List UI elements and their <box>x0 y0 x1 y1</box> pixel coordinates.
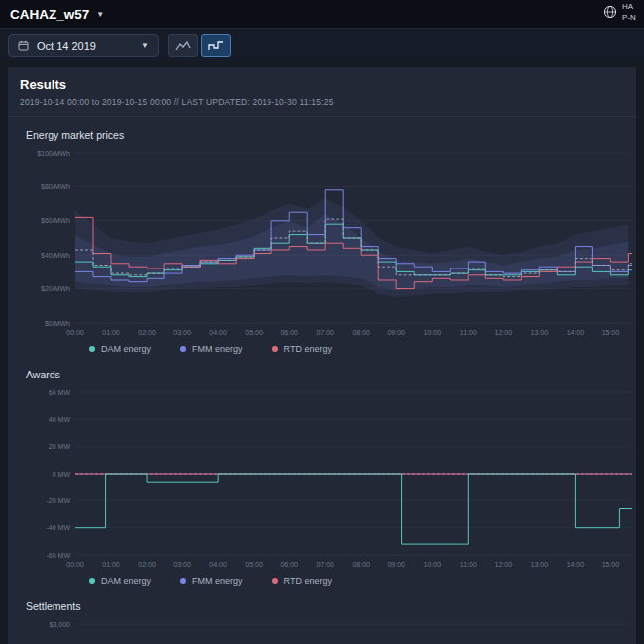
globe-icon <box>603 5 617 19</box>
svg-text:02:00: 02:00 <box>138 329 156 336</box>
legend-dot-icon <box>89 346 95 352</box>
legend-item[interactable]: DAM energy <box>89 344 151 354</box>
app-root: { "topbar": { "title": "CAHAZ_w57", "use… <box>0 0 644 644</box>
svg-text:03:00: 03:00 <box>173 561 191 568</box>
legend-label: RTD energy <box>284 576 332 586</box>
legend-item[interactable]: FMM energy <box>180 576 243 586</box>
svg-text:15:00: 15:00 <box>602 561 620 568</box>
legend-label: DAM energy <box>101 576 151 586</box>
svg-text:60 MW: 60 MW <box>49 389 71 396</box>
legend-label: DAM energy <box>101 344 151 354</box>
svg-text:40 MW: 40 MW <box>49 416 71 423</box>
view-toggle-group <box>168 34 231 57</box>
svg-text:-60 MW: -60 MW <box>47 552 71 559</box>
chevron-down-icon: ▼ <box>141 41 149 50</box>
svg-text:01:00: 01:00 <box>102 561 120 568</box>
awards-legend: DAM energyFMM energyRTD energy <box>20 573 636 589</box>
svg-text:20 MW: 20 MW <box>49 443 71 450</box>
svg-text:04:00: 04:00 <box>209 561 227 568</box>
svg-text:10:00: 10:00 <box>424 561 442 568</box>
date-picker-value: Oct 14 2019 <box>37 40 96 52</box>
node-selector-label: CAHAZ_w57 <box>10 7 89 22</box>
svg-text:11:00: 11:00 <box>460 561 477 568</box>
svg-text:$60/MWh: $60/MWh <box>41 217 70 224</box>
svg-text:05:00: 05:00 <box>245 329 263 336</box>
prices-legend: DAM energyFMM energyRTD energy <box>20 341 636 357</box>
step-chart-icon <box>208 40 224 52</box>
svg-text:09:00: 09:00 <box>387 561 405 568</box>
legend-label: FMM energy <box>192 344 243 354</box>
date-picker[interactable]: Oct 14 2019 ▼ <box>8 34 159 57</box>
svg-text:03:00: 03:00 <box>173 329 191 336</box>
legend-item[interactable]: FMM energy <box>180 344 243 354</box>
section-title-awards: Awards <box>26 369 636 380</box>
step-chart-view-button[interactable] <box>201 34 231 57</box>
topbar-user-area[interactable]: HA P-N <box>603 1 644 23</box>
legend-label: RTD energy <box>284 344 332 354</box>
svg-text:$3,000: $3,000 <box>50 621 71 628</box>
svg-text:00:00: 00:00 <box>66 561 84 568</box>
svg-text:02:00: 02:00 <box>138 561 156 568</box>
svg-text:09:00: 09:00 <box>387 329 405 336</box>
svg-text:$100/MWh: $100/MWh <box>37 150 70 157</box>
legend-dot-icon <box>272 578 278 584</box>
svg-text:08:00: 08:00 <box>352 329 370 336</box>
node-selector[interactable]: CAHAZ_w57 ▼ <box>10 7 104 22</box>
chevron-down-icon: ▼ <box>96 10 104 19</box>
svg-text:04:00: 04:00 <box>209 329 227 336</box>
svg-text:12:00: 12:00 <box>495 561 513 568</box>
legend-dot-icon <box>89 578 95 584</box>
legend-label: FMM energy <box>192 576 243 586</box>
svg-text:07:00: 07:00 <box>316 561 334 568</box>
svg-text:$0/MWh: $0/MWh <box>45 320 70 327</box>
divider <box>8 116 636 117</box>
page-title: Results <box>20 77 636 92</box>
prices-chart: $100/MWh$80/MWh$60/MWh$40/MWh$20/MWh$0/M… <box>20 145 636 339</box>
svg-text:$20/MWh: $20/MWh <box>41 285 70 292</box>
settlements-chart: $3,000 <box>20 616 636 642</box>
legend-dot-icon <box>272 346 278 352</box>
svg-text:06:00: 06:00 <box>280 329 298 336</box>
svg-text:14:00: 14:00 <box>567 329 585 336</box>
svg-text:0 MW: 0 MW <box>53 471 71 478</box>
svg-text:15:00: 15:00 <box>602 329 620 336</box>
section-title-prices: Energy market prices <box>26 129 636 141</box>
svg-text:14:00: 14:00 <box>567 561 585 568</box>
user-info: HA P-N <box>622 1 644 23</box>
svg-text:07:00: 07:00 <box>316 329 334 336</box>
results-date-range: 2019-10-14 00:00 to 2019-10-15 00:00 // … <box>20 97 636 107</box>
topbar: CAHAZ_w57 ▼ HA P-N <box>0 0 644 28</box>
svg-text:$40/MWh: $40/MWh <box>41 252 70 259</box>
svg-text:00:00: 00:00 <box>66 329 84 336</box>
legend-dot-icon <box>180 346 186 352</box>
user-info-line1: HA <box>622 1 644 12</box>
svg-text:08:00: 08:00 <box>352 561 370 568</box>
svg-text:$80/MWh: $80/MWh <box>41 183 70 190</box>
user-info-line2: P-N <box>622 12 644 23</box>
results-panel: Results 2019-10-14 00:00 to 2019-10-15 0… <box>8 67 636 644</box>
legend-item[interactable]: RTD energy <box>272 576 332 586</box>
svg-text:06:00: 06:00 <box>280 561 298 568</box>
svg-text:-20 MW: -20 MW <box>47 497 71 504</box>
svg-text:13:00: 13:00 <box>531 329 549 336</box>
awards-chart: 60 MW40 MW20 MW0 MW-20 MW-40 MW-60 MW00:… <box>20 384 636 571</box>
legend-item[interactable]: RTD energy <box>272 344 332 354</box>
svg-text:11:00: 11:00 <box>460 329 477 336</box>
legend-dot-icon <box>180 578 186 584</box>
svg-text:-40 MW: -40 MW <box>47 524 71 531</box>
section-title-settlements: Settlements <box>26 600 636 612</box>
svg-text:10:00: 10:00 <box>424 329 442 336</box>
line-chart-icon <box>175 40 191 52</box>
legend-item[interactable]: DAM energy <box>89 576 151 586</box>
svg-text:13:00: 13:00 <box>531 561 549 568</box>
svg-text:12:00: 12:00 <box>495 329 513 336</box>
toolbar: Oct 14 2019 ▼ <box>0 28 644 61</box>
svg-text:01:00: 01:00 <box>102 329 120 336</box>
svg-text:05:00: 05:00 <box>245 561 263 568</box>
line-chart-view-button[interactable] <box>168 34 198 57</box>
calendar-icon <box>18 40 29 51</box>
